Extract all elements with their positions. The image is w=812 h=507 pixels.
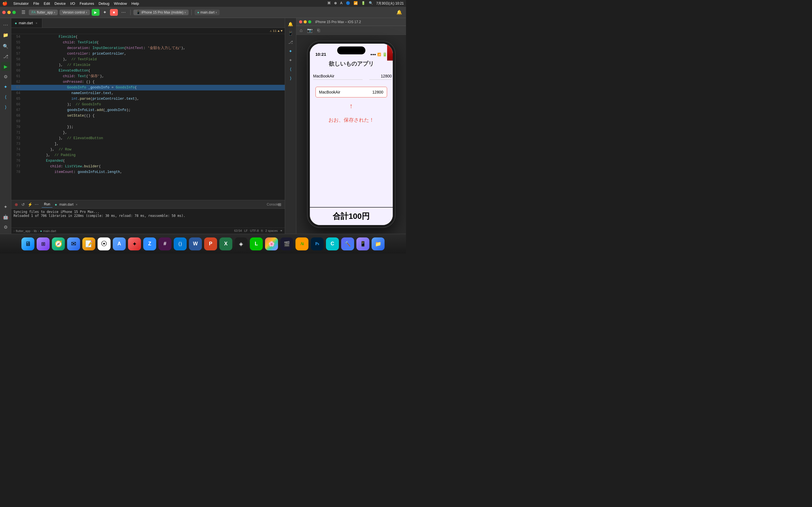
dock-item-launchpad[interactable]: ⊞ bbox=[37, 237, 50, 250]
file-tab-button[interactable]: ● main.dart › bbox=[195, 10, 220, 15]
dock-item-simulator[interactable]: 📱 bbox=[356, 237, 369, 250]
right-git-icon[interactable]: ⎇ bbox=[287, 38, 295, 46]
dock-item-finder[interactable]: 🖥 bbox=[21, 237, 35, 250]
menu-simulator[interactable]: Simulator bbox=[13, 1, 29, 6]
star-button[interactable]: ✦ bbox=[101, 8, 108, 16]
activity-bot-icon[interactable]: 🤖 bbox=[1, 212, 10, 221]
breadcrumb-lib[interactable]: lib bbox=[34, 229, 37, 233]
menu-search-icon[interactable]: 🔍 bbox=[369, 1, 373, 6]
sim-minimize-button[interactable] bbox=[304, 20, 307, 23]
dock-item-notes[interactable]: 📝 bbox=[82, 237, 95, 250]
sim-rotate-icon[interactable]: ⎗ bbox=[317, 28, 320, 33]
more-dots-icon[interactable]: ⋯ bbox=[34, 202, 40, 207]
project-selector[interactable]: FA flutter_app › bbox=[29, 10, 58, 15]
menu-edit[interactable]: Edit bbox=[44, 1, 50, 6]
dock-item-word[interactable]: W bbox=[189, 237, 202, 250]
breadcrumb-file[interactable]: main.dart bbox=[43, 229, 56, 233]
finder-icon: 🖥 bbox=[25, 240, 31, 247]
dock-item-claquette[interactable]: 🎬 bbox=[280, 237, 293, 250]
tab-label: main.dart bbox=[18, 21, 33, 25]
right-flutter3-icon[interactable]: ⟩ bbox=[287, 74, 295, 82]
activity-settings-icon[interactable]: ⚙ bbox=[1, 223, 10, 231]
activity-files-icon[interactable]: ⋯ bbox=[1, 20, 10, 29]
minimize-button[interactable] bbox=[7, 11, 11, 14]
more-button[interactable]: ⋯ bbox=[119, 8, 128, 16]
dock-item-slack[interactable]: # bbox=[158, 237, 171, 250]
sim-camera-icon[interactable]: 📷 bbox=[307, 27, 313, 33]
sim-fullscreen-button[interactable] bbox=[308, 20, 311, 23]
flash-icon[interactable]: ⚡ bbox=[27, 202, 33, 207]
error-icon[interactable]: ⊗ bbox=[13, 202, 19, 207]
dock-item-ppt[interactable]: P bbox=[204, 237, 217, 250]
menu-device[interactable]: Device bbox=[54, 1, 66, 6]
dock-item-excel[interactable]: X bbox=[219, 237, 232, 250]
version-control-button[interactable]: Version control › bbox=[59, 10, 90, 15]
dock-item-safari[interactable]: 🧭 bbox=[52, 237, 65, 250]
name-input[interactable] bbox=[313, 73, 363, 80]
phone-time: 10:21 bbox=[315, 52, 326, 57]
dock-item-spark[interactable]: ✦ bbox=[128, 237, 141, 250]
right-flutter-icon[interactable]: ✦ bbox=[287, 47, 295, 55]
tab-main-dart[interactable]: ● main.dart × bbox=[11, 18, 42, 27]
menu-window[interactable]: Window bbox=[114, 1, 127, 6]
device-selector[interactable]: 📱 iPhone 15 Pro Max (mobile) › bbox=[133, 10, 189, 15]
close-button[interactable] bbox=[2, 11, 6, 14]
reload-icon[interactable]: ↺ bbox=[20, 202, 26, 207]
dock-item-photoshop[interactable]: Ps bbox=[311, 237, 324, 250]
status-link-icon[interactable]: ⚭ bbox=[280, 229, 283, 233]
code-line-58: 58 ), // TextField bbox=[11, 57, 285, 62]
run-file-close-icon[interactable]: × bbox=[76, 203, 78, 206]
menu-help[interactable]: Help bbox=[132, 1, 139, 6]
breadcrumb-bar: › flutter_app › lib › ● main.dart 63:54 … bbox=[11, 228, 285, 234]
fullscreen-button[interactable] bbox=[12, 11, 16, 14]
menu-file[interactable]: File bbox=[33, 1, 39, 6]
code-editor[interactable]: ⚠ 11 ▲ ▼ 54 Flexible( 55 child: TextFiel… bbox=[11, 28, 285, 200]
run-button[interactable]: ▶ bbox=[92, 9, 100, 16]
panel-grid-icon[interactable]: ⊞ bbox=[277, 202, 283, 207]
sidebar-toggle-button[interactable]: ☰ bbox=[20, 8, 27, 16]
dock-item-figma[interactable]: ◈ bbox=[235, 237, 248, 250]
activity-flutter-icon[interactable]: ✦ bbox=[1, 82, 10, 91]
activity-search-icon[interactable]: 🔍 bbox=[1, 42, 10, 51]
sim-home-icon[interactable]: ⌂ bbox=[300, 28, 303, 33]
dock-item-xcode[interactable]: 🔨 bbox=[341, 237, 354, 250]
right-flutter2-icon[interactable]: ⟨ bbox=[287, 65, 295, 73]
activity-chat-icon[interactable]: ✦ bbox=[1, 202, 10, 211]
bell-icon[interactable]: 🔔 bbox=[395, 8, 404, 16]
dock-item-illustrator[interactable]: Ai bbox=[296, 237, 308, 250]
dock-item-chrome[interactable]: ⦿ bbox=[98, 237, 110, 250]
status-lf: LF bbox=[244, 229, 248, 233]
activity-run-icon[interactable]: ▶ bbox=[1, 62, 10, 71]
dock-item-vscode[interactable]: ⟨⟩ bbox=[174, 237, 187, 250]
dock-item-zoom[interactable]: Z bbox=[143, 237, 156, 250]
dock-item-finder2[interactable]: 📁 bbox=[371, 237, 385, 250]
simulator-panel: iPhone 15 Pro Max – iOS 17.2 ⌂ 📷 ⎗ 10:21 bbox=[296, 18, 406, 234]
price-input[interactable] bbox=[369, 73, 392, 80]
menu-io[interactable]: I/O bbox=[70, 1, 75, 6]
right-star-icon[interactable]: ✦ bbox=[287, 56, 295, 64]
status-copy-icon[interactable]: ⎘ bbox=[261, 229, 263, 233]
activity-flutter3-icon[interactable]: ⟩ bbox=[1, 103, 10, 112]
dock-item-appstore[interactable]: A bbox=[113, 237, 126, 250]
activity-extensions-icon[interactable]: ⚙ bbox=[1, 72, 10, 81]
warning-chevron-up[interactable]: ▲ bbox=[278, 28, 280, 34]
warning-chevron-down[interactable]: ▼ bbox=[281, 28, 283, 34]
right-device-icon[interactable]: 📱 bbox=[287, 29, 295, 37]
menu-features[interactable]: Features bbox=[80, 1, 94, 6]
dock-item-canva[interactable]: C bbox=[326, 237, 339, 250]
sim-close-button[interactable] bbox=[299, 20, 302, 23]
activity-folder-icon[interactable]: 📁 bbox=[1, 31, 10, 40]
dock-item-photos[interactable]: 🌸 bbox=[265, 237, 278, 250]
menu-debug[interactable]: Debug bbox=[99, 1, 109, 6]
stop-button[interactable]: ■ bbox=[110, 9, 118, 16]
run-tab[interactable]: Run bbox=[42, 201, 52, 208]
activity-flutter2-icon[interactable]: ⟨ bbox=[1, 93, 10, 101]
tab-close-button[interactable]: × bbox=[35, 21, 39, 25]
breadcrumb-project[interactable]: flutter_app bbox=[16, 229, 31, 233]
activity-git-icon[interactable]: ⎇ bbox=[1, 52, 10, 61]
chevron-right-icon[interactable]: › bbox=[13, 229, 15, 233]
dock-item-line[interactable]: L bbox=[250, 237, 263, 250]
dock-item-mail[interactable]: ✉ bbox=[67, 237, 80, 250]
right-bell-icon[interactable]: 🔔 bbox=[287, 20, 295, 28]
apple-menu[interactable]: 🍎 bbox=[2, 1, 8, 6]
